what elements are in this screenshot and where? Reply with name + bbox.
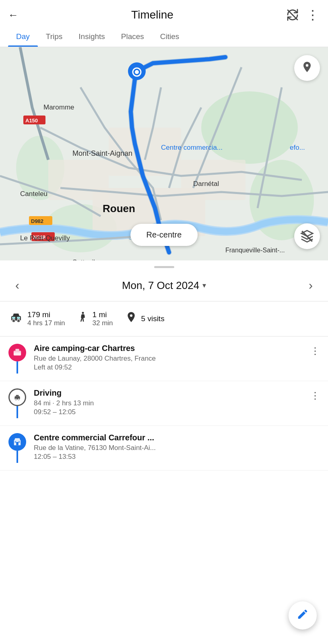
driving-duration: 4 hrs 17 min (27, 319, 65, 327)
date-navigation: ‹ Mon, 7 Oct 2024 ▾ › (0, 270, 328, 301)
layer-toggle-button[interactable] (294, 223, 320, 249)
timeline-content-2: Centre commercial Carrefour ... Rue de l… (28, 433, 320, 461)
timeline-line-0 (17, 361, 18, 374)
svg-rect-40 (14, 351, 21, 355)
current-date: Mon, 7 Oct 2024 (122, 279, 199, 292)
svg-text:efo...: efo... (290, 144, 305, 151)
svg-text:Mont-Saint-Aignan: Mont-Saint-Aignan (72, 149, 132, 157)
visits-count: 5 visits (141, 314, 165, 323)
timeline-addr-0: Rue de Launay, 28000 Chartres, France (34, 355, 310, 363)
timeline-left-1 (6, 388, 28, 418)
svg-text:A150: A150 (25, 118, 38, 124)
svg-point-38 (82, 312, 84, 314)
location-pin-button[interactable] (294, 55, 320, 81)
stats-row: 179 mi 4 hrs 17 min 1 mi 32 min 5 visits (0, 301, 328, 336)
map-view[interactable]: Seine A150 D982 N338 🛍 (0, 47, 328, 260)
edit-icon (297, 608, 309, 623)
svg-text:Franqueville-Saint-...: Franqueville-Saint-... (225, 247, 285, 254)
svg-text:Rouen: Rouen (103, 202, 135, 215)
svg-text:D982: D982 (31, 218, 43, 224)
date-picker[interactable]: Mon, 7 Oct 2024 ▾ (122, 279, 206, 292)
timeline-item-2: Centre commercial Carrefour ... Rue de l… (0, 426, 328, 471)
walking-distance: 1 mi (93, 310, 113, 319)
drag-handle[interactable] (154, 266, 174, 268)
timeline-addr-1: 84 mi · 2 hrs 13 min (34, 399, 310, 407)
svg-point-39 (130, 314, 132, 316)
next-date-button[interactable]: › (305, 277, 317, 294)
timeline-list: Aire camping-car Chartres Rue de Launay,… (0, 336, 328, 511)
timeline-addr-2: Rue de la Vatine, 76130 Mont-Saint-Ai... (34, 444, 320, 452)
walking-stat: 1 mi 32 min (78, 310, 113, 327)
svg-point-35 (17, 319, 20, 322)
svg-text:Canteleu: Canteleu (20, 190, 47, 198)
tab-trips[interactable]: Trips (38, 27, 71, 47)
visits-stat: 5 visits (126, 312, 165, 326)
svg-point-31 (306, 64, 308, 66)
svg-text:Le Petit-Quevilly: Le Petit-Quevilly (20, 234, 70, 242)
item-more-1[interactable]: ⋮ (310, 388, 320, 401)
timeline-time-1: 09:52 – 12:05 (34, 408, 310, 416)
car-icon (10, 312, 23, 326)
svg-rect-47 (15, 441, 17, 443)
svg-point-44 (18, 398, 19, 400)
tab-insights[interactable]: Insights (70, 27, 113, 47)
svg-point-2 (201, 91, 298, 164)
back-button[interactable]: ← (8, 9, 19, 21)
walk-icon (78, 312, 88, 326)
tab-cities[interactable]: Cities (152, 27, 188, 47)
more-options-icon[interactable]: ⋮ (306, 7, 320, 23)
timeline-content-1: Driving 84 mi · 2 hrs 13 min 09:52 – 12:… (28, 388, 310, 416)
header-actions: ⋮ (286, 7, 320, 23)
timeline-dot-0 (8, 344, 26, 361)
prev-date-button[interactable]: ‹ (11, 277, 23, 294)
timeline-line-1 (17, 406, 18, 418)
svg-rect-46 (16, 442, 19, 445)
svg-rect-48 (19, 441, 20, 443)
location-pin-icon (126, 312, 136, 326)
timeline-content-0: Aire camping-car Chartres Rue de Launay,… (28, 344, 310, 372)
app-header: ← Timeline ⋮ (0, 0, 328, 27)
timeline-dot-2 (8, 433, 26, 451)
svg-point-20 (135, 70, 139, 74)
svg-rect-41 (15, 349, 19, 351)
item-more-0[interactable]: ⋮ (310, 344, 320, 357)
driving-distance: 179 mi (27, 310, 65, 319)
sync-off-icon[interactable] (286, 8, 299, 21)
svg-text:Centre commercia...: Centre commercia... (161, 144, 223, 151)
page-title: Timeline (131, 8, 173, 21)
svg-text:Darnétal: Darnétal (193, 180, 219, 188)
edit-fab-button[interactable] (289, 601, 317, 630)
svg-text:Sottevil...: Sottevil... (72, 258, 101, 260)
timeline-left-0 (6, 344, 28, 374)
svg-point-34 (12, 319, 15, 322)
svg-rect-37 (17, 317, 20, 319)
svg-point-43 (15, 398, 17, 400)
timeline-left-2 (6, 433, 28, 463)
timeline-title-2: Centre commercial Carrefour ... (34, 433, 320, 442)
timeline-title-0: Aire camping-car Chartres (34, 344, 310, 353)
recentre-button[interactable]: Re-centre (130, 224, 198, 246)
timeline-item-1: Driving 84 mi · 2 hrs 13 min 09:52 – 12:… (0, 381, 328, 426)
timeline-time-2: 12:05 – 13:53 (34, 453, 320, 461)
tab-places[interactable]: Places (113, 27, 152, 47)
svg-text:Maromme: Maromme (43, 103, 74, 111)
walking-duration: 32 min (93, 319, 113, 327)
date-dropdown-icon: ▾ (202, 281, 206, 290)
timeline-dot-1 (8, 388, 26, 406)
svg-rect-36 (12, 317, 15, 319)
tab-bar: Day Trips Insights Places Cities (0, 27, 328, 47)
driving-stat: 179 mi 4 hrs 17 min (10, 310, 65, 327)
tab-day[interactable]: Day (8, 27, 38, 47)
timeline-title-1: Driving (34, 388, 310, 398)
timeline-time-0: Left at 09:52 (34, 363, 310, 372)
timeline-item-0: Aire camping-car Chartres Rue de Launay,… (0, 336, 328, 381)
timeline-line-2 (17, 451, 18, 463)
